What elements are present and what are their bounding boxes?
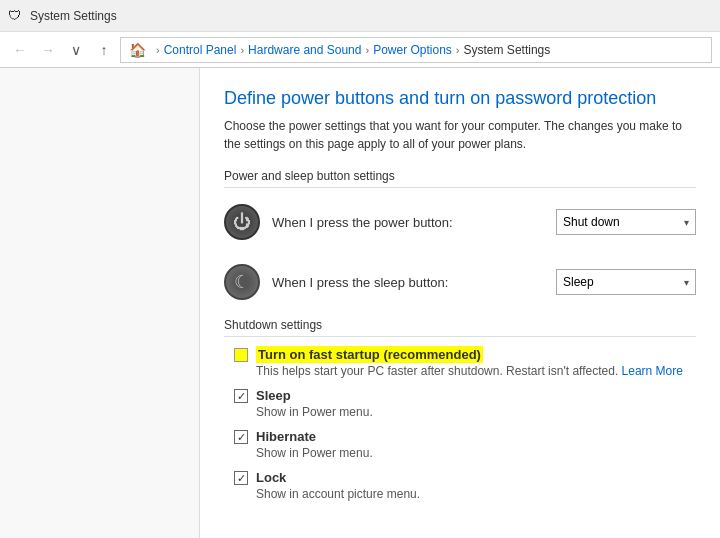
hibernate-content: Hibernate Show in Power menu.: [256, 429, 696, 460]
title-bar: 🛡 System Settings: [0, 0, 720, 32]
content-area: Define power buttons and turn on passwor…: [200, 68, 720, 538]
breadcrumb-system-settings: System Settings: [464, 43, 551, 57]
lock-label: Lock: [256, 470, 696, 485]
dropdown-icon: ∨: [71, 42, 81, 58]
sleep-button-dropdown[interactable]: Sleep ▾: [556, 269, 696, 295]
power-icon: ⏻: [224, 204, 260, 240]
breadcrumb-hardware-sound[interactable]: Hardware and Sound: [248, 43, 361, 57]
forward-button[interactable]: →: [36, 38, 60, 62]
main-layout: Define power buttons and turn on passwor…: [0, 68, 720, 538]
shutdown-section: Shutdown settings Turn on fast startup (…: [224, 318, 696, 501]
title-bar-title: System Settings: [30, 9, 117, 23]
power-button-dropdown[interactable]: Shut down ▾: [556, 209, 696, 235]
fast-startup-desc: This helps start your PC faster after sh…: [256, 364, 696, 378]
fast-startup-checkbox[interactable]: [234, 348, 248, 362]
breadcrumb-sep-2: ›: [365, 44, 369, 56]
back-button[interactable]: ←: [8, 38, 32, 62]
power-button-value: Shut down: [563, 215, 620, 229]
fast-startup-learn-more[interactable]: Learn More: [622, 364, 683, 378]
back-icon: ←: [13, 42, 27, 58]
address-bar: ← → ∨ ↑ 🏠 › Control Panel › Hardware and…: [0, 32, 720, 68]
breadcrumb-sep-0: ›: [156, 44, 160, 56]
forward-icon: →: [41, 42, 55, 58]
fast-startup-content: Turn on fast startup (recommended) This …: [256, 347, 696, 378]
breadcrumb-icon: 🏠: [129, 42, 146, 58]
up-button[interactable]: ↑: [92, 38, 116, 62]
lock-content: Lock Show in account picture menu.: [256, 470, 696, 501]
sleep-icon: ☾: [224, 264, 260, 300]
breadcrumb: 🏠 › Control Panel › Hardware and Sound ›…: [120, 37, 712, 63]
hibernate-checkbox[interactable]: ✓: [234, 430, 248, 444]
lock-desc: Show in account picture menu.: [256, 487, 696, 501]
sleep-checkbox[interactable]: ✓: [234, 389, 248, 403]
sleep-button-row: ☾ When I press the sleep button: Sleep ▾: [224, 258, 696, 306]
up-icon: ↑: [101, 42, 108, 58]
hibernate-label: Hibernate: [256, 429, 696, 444]
sleep-button-label: When I press the sleep button:: [272, 275, 556, 290]
breadcrumb-sep-3: ›: [456, 44, 460, 56]
fast-startup-item: Turn on fast startup (recommended) This …: [224, 347, 696, 378]
button-settings-header: Power and sleep button settings: [224, 169, 696, 188]
sleep-dropdown-arrow: ▾: [684, 277, 689, 288]
power-button-label: When I press the power button:: [272, 215, 556, 230]
page-title: Define power buttons and turn on passwor…: [224, 88, 696, 109]
breadcrumb-sep-1: ›: [240, 44, 244, 56]
lock-checkbox[interactable]: ✓: [234, 471, 248, 485]
lock-item: ✓ Lock Show in account picture menu.: [224, 470, 696, 501]
shutdown-header: Shutdown settings: [224, 318, 696, 337]
sidebar: [0, 68, 200, 538]
page-description: Choose the power settings that you want …: [224, 117, 696, 153]
title-bar-icon: 🛡: [8, 8, 24, 24]
power-button-row: ⏻ When I press the power button: Shut do…: [224, 198, 696, 246]
dropdown-button[interactable]: ∨: [64, 38, 88, 62]
hibernate-item: ✓ Hibernate Show in Power menu.: [224, 429, 696, 460]
breadcrumb-control-panel[interactable]: Control Panel: [164, 43, 237, 57]
sleep-label: Sleep: [256, 388, 696, 403]
sleep-symbol: ☾: [234, 271, 250, 293]
fast-startup-label: Turn on fast startup (recommended): [256, 346, 483, 363]
hibernate-desc: Show in Power menu.: [256, 446, 696, 460]
power-dropdown-arrow: ▾: [684, 217, 689, 228]
breadcrumb-power-options[interactable]: Power Options: [373, 43, 452, 57]
sleep-item: ✓ Sleep Show in Power menu.: [224, 388, 696, 419]
sleep-content: Sleep Show in Power menu.: [256, 388, 696, 419]
sleep-desc: Show in Power menu.: [256, 405, 696, 419]
sleep-button-value: Sleep: [563, 275, 594, 289]
power-symbol: ⏻: [233, 212, 251, 233]
